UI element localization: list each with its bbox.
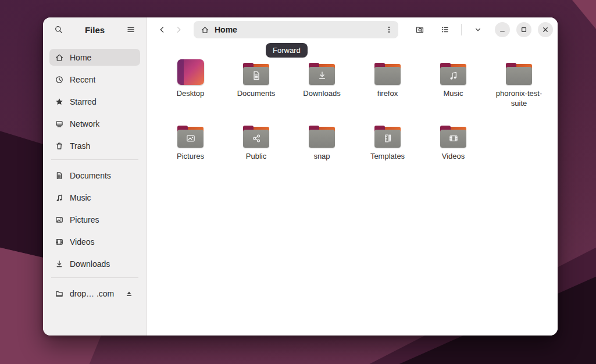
folder-icon [374,126,401,148]
file-item-label: Pictures [177,152,204,162]
sidebar-item-label: Videos [70,237,95,247]
document-emblem [250,69,263,82]
downloads-icon [55,259,64,269]
drive-icon [55,289,64,298]
view-options-button[interactable] [469,21,487,38]
sidebar-nav: HomeRecentStarredNetworkTrashDocumentsMu… [43,42,147,336]
folder-icon [506,63,532,85]
sidebar-item-pictures[interactable]: Pictures [49,211,140,228]
sidebar-header: Files [43,17,147,42]
close-button[interactable] [538,22,553,37]
home-icon [201,26,209,34]
eject-button[interactable] [123,288,135,299]
folder-search-icon [415,25,424,34]
sidebar-item-label: Network [70,119,99,129]
folder-icon [506,58,532,85]
maximize-icon [519,25,529,34]
folder-icon [440,63,466,85]
file-item-label: phoronix-test-suite [492,89,547,109]
home-icon [55,53,64,62]
app-title: Files [67,25,122,35]
starred-icon [55,97,64,106]
window-controls [495,22,553,37]
sidebar-item-trash[interactable]: Trash [49,137,140,154]
search-files-button[interactable] [411,21,429,38]
pictures-icon [55,215,64,224]
file-item-firefox[interactable]: firefox [355,58,420,121]
file-item-pictures[interactable]: Pictures [158,121,223,184]
search-button[interactable] [50,21,67,38]
documents-icon [55,171,64,180]
sidebar-item-label: Trash [70,141,90,151]
sidebar-item-home[interactable]: Home [49,49,140,66]
file-item-label: Public [246,152,266,162]
forward-button[interactable] [170,22,187,38]
forward-tooltip: Forward [266,43,308,58]
sidebar-item-drop-com[interactable]: drop… .com [49,285,140,302]
network-icon [55,119,64,129]
sidebar-item-label: Starred [70,97,97,106]
folder-icon [177,121,204,148]
film-emblem [447,132,460,145]
menu-icon [126,25,135,34]
sidebar-item-network[interactable]: Network [49,115,140,132]
folder-icon [309,126,335,148]
sidebar-item-videos[interactable]: Videos [49,233,140,250]
download-emblem [316,69,329,82]
sidebar-item-documents[interactable]: Documents [49,167,140,184]
file-item-label: Templates [370,152,405,162]
desktop-thumbnail-icon [177,58,204,85]
file-item-label: firefox [377,89,398,99]
sidebar-item-downloads[interactable]: Downloads [49,255,140,272]
file-item-label: snap [313,152,330,162]
file-item-label: Music [444,89,463,99]
sidebar-item-recent[interactable]: Recent [49,71,140,88]
close-icon [541,25,550,34]
file-item-snap[interactable]: snap [289,121,355,184]
share-emblem [250,132,263,145]
minimize-icon [498,25,507,34]
sidebar-item-label: Pictures [70,215,99,224]
main-pane: Home Forward DesktopDocumentsDownloadsfi… [147,17,558,336]
headerbar: Home [147,17,558,42]
music-emblem [447,69,460,82]
file-item-downloads[interactable]: Downloads [289,58,355,121]
main-menu-button[interactable] [122,21,140,38]
folder-icon [243,126,269,148]
file-item-videos[interactable]: Videos [420,121,486,184]
file-item-desktop[interactable]: Desktop [158,58,223,121]
current-location-label: Home [215,25,381,34]
sidebar-item-label: drop… .com [70,289,114,298]
videos-icon [55,237,64,247]
sidebar-item-starred[interactable]: Starred [49,93,140,110]
sidebar-item-music[interactable]: Music [49,189,140,206]
chevron-left-icon [158,25,167,34]
desktop-gradient-icon [177,59,204,85]
folder-icon [440,121,466,148]
file-item-music[interactable]: Music [420,58,486,121]
sidebar-item-label: Downloads [70,259,110,269]
file-item-templates[interactable]: Templates [355,121,420,184]
file-item-documents[interactable]: Documents [223,58,289,121]
list-view-icon [440,25,449,34]
back-button[interactable] [154,22,170,38]
file-item-public[interactable]: Public [223,121,289,184]
list-view-button[interactable] [436,21,454,38]
toolbar-separator [461,24,462,35]
file-grid: DesktopDocumentsDownloadsfirefoxMusicpho… [147,42,558,336]
sidebar-item-label: Music [70,193,91,202]
folder-icon [309,63,335,85]
folder-icon [374,58,401,85]
maximize-button[interactable] [516,22,531,37]
chevron-right-icon [174,25,183,34]
location-menu-button[interactable] [381,22,397,37]
file-item-phoronix-test-suite[interactable]: phoronix-test-suite [486,58,552,121]
file-item-label: Desktop [177,89,205,99]
minimize-button[interactable] [495,22,510,37]
path-bar[interactable]: Home [194,21,398,38]
image-emblem [184,132,197,145]
chevron-down-icon [473,25,483,34]
folder-icon [243,121,269,148]
folder-icon [440,126,466,148]
folder-icon [374,63,401,85]
